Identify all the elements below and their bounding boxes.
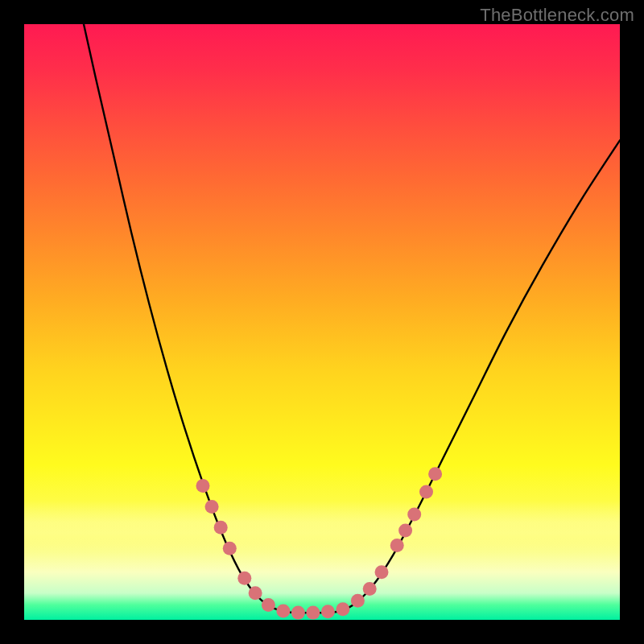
- data-point-dot: [306, 606, 320, 620]
- chart-frame: TheBottleneck.com: [0, 0, 644, 644]
- data-point-dot: [321, 605, 335, 618]
- data-point-dot: [249, 586, 262, 600]
- data-point-dot: [214, 521, 228, 535]
- data-point-dot: [237, 572, 251, 585]
- data-point-dot: [375, 565, 389, 579]
- data-point-dot: [419, 485, 433, 498]
- attribution-label: TheBottleneck.com: [480, 5, 634, 26]
- data-point-dot: [390, 539, 404, 552]
- data-point-dot: [407, 508, 421, 522]
- bottleneck-curve-segment: [84, 24, 283, 612]
- data-point-dot: [363, 582, 377, 596]
- data-point-dot: [205, 500, 219, 514]
- data-point-dot: [262, 598, 275, 612]
- data-point-dot: [336, 602, 349, 616]
- plot-area: [24, 24, 620, 620]
- data-point-dot: [428, 467, 442, 481]
- data-point-dot: [291, 606, 305, 620]
- data-point-dot: [276, 604, 290, 617]
- data-point-dot: [196, 479, 210, 493]
- data-point-dot: [223, 542, 237, 555]
- data-point-dot: [398, 524, 412, 538]
- bottleneck-curve-segment: [340, 140, 620, 611]
- data-point-dot: [351, 594, 365, 608]
- curve-layer: [24, 24, 620, 620]
